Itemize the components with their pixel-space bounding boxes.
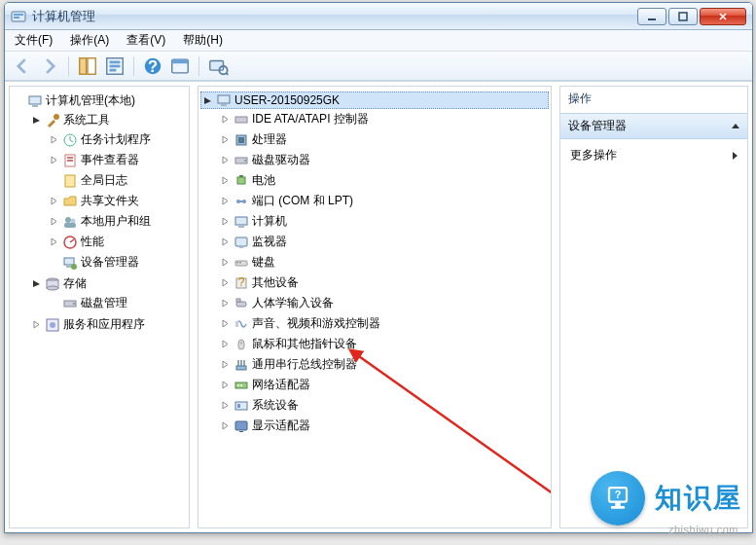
tools-icon [45, 113, 60, 128]
left-event-viewer[interactable]: 事件查看器 [47, 151, 187, 169]
left-performance[interactable]: 性能 [47, 233, 187, 251]
device-category[interactable]: 处理器 [218, 130, 549, 149]
titlebar[interactable]: 计算机管理 [5, 3, 752, 30]
device-category[interactable]: IDE ATA/ATAPI 控制器 [218, 110, 549, 128]
left-shared-folders[interactable]: 共享文件夹 [47, 192, 187, 210]
toolbar-back[interactable] [11, 54, 34, 78]
actions-selected[interactable]: 设备管理器 [560, 113, 747, 139]
svg-line-17 [226, 72, 228, 74]
window-buttons [637, 8, 746, 25]
device-category[interactable]: 监视器 [218, 233, 549, 251]
svg-rect-24 [67, 160, 73, 162]
expander-expand-icon[interactable] [220, 114, 231, 125]
device-category-icon [234, 112, 249, 127]
expander-expand-icon[interactable] [220, 277, 231, 288]
device-category[interactable]: 鼠标和其他指针设备 [218, 335, 549, 353]
expander-expand-icon[interactable] [220, 420, 231, 431]
menu-view[interactable]: 查看(V) [126, 32, 165, 49]
expander-expand-icon[interactable] [49, 134, 59, 145]
expander-expand-icon[interactable] [220, 257, 231, 268]
device-category[interactable]: ?其他设备 [218, 273, 549, 292]
expander-expand-icon[interactable] [220, 380, 231, 390]
expander-expand-icon[interactable] [220, 196, 231, 206]
expander-expand-icon[interactable] [220, 236, 231, 247]
left-storage[interactable]: 存储 [29, 274, 187, 293]
expander-expand-icon[interactable] [220, 298, 231, 309]
svg-rect-40 [218, 95, 230, 103]
toolbar-show-hide-tree[interactable] [76, 54, 99, 78]
device-category[interactable]: 通用串行总线控制器 [218, 355, 549, 374]
device-category[interactable]: 系统设备 [218, 396, 549, 415]
device-category[interactable]: 计算机 [218, 212, 549, 231]
actions-more[interactable]: 更多操作 [560, 139, 747, 171]
expander-expand-icon[interactable] [49, 236, 59, 247]
expander-expand-icon[interactable] [220, 155, 231, 165]
menu-action[interactable]: 操作(A) [70, 32, 109, 49]
left-users-groups[interactable]: 本地用户和组 [47, 212, 187, 231]
perf-icon [62, 235, 78, 250]
services-icon [45, 317, 60, 333]
device-category[interactable]: 端口 (COM 和 LPT) [218, 192, 549, 210]
watermark-brand: 知识屋 [655, 480, 742, 517]
device-root[interactable]: USER-20150925GK [200, 91, 549, 109]
left-disk-mgmt[interactable]: 磁盘管理 [47, 294, 187, 312]
expander-expand-icon[interactable] [49, 155, 59, 165]
device-category-icon [234, 296, 249, 311]
toolbar-help[interactable]: ? [141, 54, 164, 78]
menu-help[interactable]: 帮助(H) [183, 32, 223, 49]
watermark-url: zhishiwu.com [668, 524, 738, 535]
expander-collapse-icon[interactable] [31, 278, 42, 289]
left-services-apps[interactable]: 服务和应用程序 [29, 315, 187, 334]
actions-title: 操作 [560, 87, 747, 113]
device-category[interactable]: 电池 [218, 171, 549, 190]
device-category[interactable]: 人体学输入设备 [218, 294, 549, 312]
device-category[interactable]: 显示适配器 [218, 417, 549, 435]
left-root[interactable]: 计算机管理(本地) [12, 91, 187, 110]
expander-expand-icon[interactable] [220, 400, 231, 411]
svg-rect-14 [172, 59, 189, 63]
maximize-button[interactable] [668, 8, 698, 25]
left-pane[interactable]: 计算机管理(本地) 系统工具 任务计划程序 事件查看器 [9, 86, 190, 528]
expander-expand-icon[interactable] [220, 134, 231, 145]
svg-rect-72 [239, 431, 243, 432]
device-mgr-icon [62, 255, 78, 271]
svg-point-26 [65, 217, 71, 223]
left-system-tools[interactable]: 系统工具 [29, 111, 187, 129]
device-category-icon [234, 194, 249, 209]
expander-expand-icon[interactable] [220, 175, 231, 186]
expander-expand-icon[interactable] [31, 319, 42, 330]
chevron-right-icon [733, 152, 738, 160]
svg-rect-54 [235, 237, 247, 246]
menu-file[interactable]: 文件(F) [15, 32, 53, 49]
device-category[interactable]: 键盘 [218, 253, 549, 272]
expander-expand-icon[interactable] [220, 359, 231, 370]
svg-rect-58 [239, 262, 241, 264]
left-device-manager[interactable]: 设备管理器 [47, 253, 187, 272]
expander-expand-icon[interactable] [49, 216, 59, 227]
device-category[interactable]: 网络适配器 [218, 376, 549, 394]
expander-expand-icon[interactable] [220, 318, 231, 329]
left-global-log[interactable]: 全局日志 [47, 171, 187, 190]
toolbar-forward[interactable] [38, 54, 61, 78]
expander-collapse-icon[interactable] [202, 95, 213, 106]
middle-pane[interactable]: USER-20150925GK IDE ATA/ATAPI 控制器处理器磁盘驱动… [198, 86, 552, 528]
content-body: 计算机管理(本地) 系统工具 任务计划程序 事件查看器 [5, 81, 752, 532]
device-category[interactable]: 磁盘驱动器 [218, 151, 549, 169]
device-category[interactable]: 声音、视频和游戏控制器 [218, 314, 549, 333]
toolbar-refresh[interactable] [168, 54, 192, 78]
minimize-button[interactable] [637, 8, 666, 25]
svg-rect-42 [235, 117, 247, 123]
expander-expand-icon[interactable] [49, 196, 59, 206]
expander-expand-icon[interactable] [220, 339, 231, 349]
toolbar-scan[interactable] [206, 54, 230, 78]
expander-expand-icon[interactable] [220, 216, 231, 227]
toolbar-properties[interactable] [103, 54, 126, 78]
close-button[interactable] [700, 8, 746, 25]
device-category-icon [234, 357, 249, 373]
users-icon [62, 214, 78, 230]
svg-point-37 [73, 303, 75, 305]
device-category-label: 计算机 [252, 213, 287, 230]
left-task-scheduler[interactable]: 任务计划程序 [47, 130, 187, 149]
expander-collapse-icon[interactable] [31, 115, 42, 126]
svg-rect-52 [235, 217, 247, 225]
